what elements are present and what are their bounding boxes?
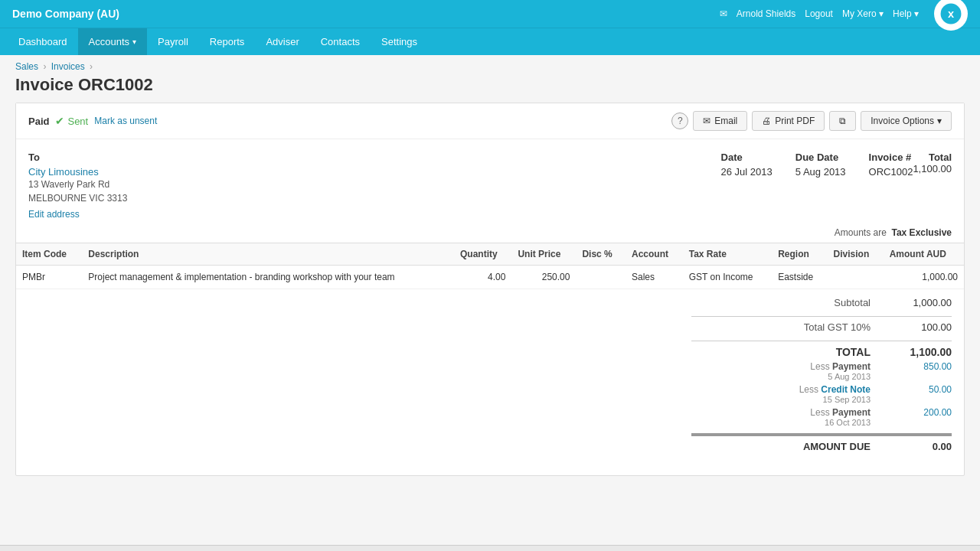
less-label: Less: [810, 407, 832, 418]
amounts-note-text: Amounts are: [835, 227, 887, 238]
nav-accounts[interactable]: Accounts ▾: [78, 28, 147, 55]
col-unit-price: Unit Price: [511, 243, 576, 266]
help-label: Help: [893, 8, 912, 19]
copy-icon: ⧉: [839, 116, 846, 126]
table-row: PMBrProject management & implementation …: [16, 266, 964, 289]
status-bar: Paid ✔ Sent Mark as unsent ? ✉ Email 🖨 P…: [16, 103, 964, 139]
table-cell: [828, 266, 884, 289]
invoice-header: To City Limousines 13 Waverly Park Rd ME…: [16, 139, 964, 227]
date-field: Date 26 Jul 2013: [721, 152, 773, 220]
breadcrumb-sep1: ›: [43, 61, 48, 72]
nav-settings[interactable]: Settings: [371, 28, 428, 55]
less-label: Less: [799, 384, 822, 395]
table-cell: 4.00: [454, 266, 511, 289]
nav-payroll[interactable]: Payroll: [147, 28, 199, 55]
divider-1: [691, 316, 952, 317]
to-name-link[interactable]: City Limousines: [28, 166, 99, 178]
line-items-body: PMBrProject management & implementation …: [16, 266, 964, 289]
breadcrumb-sep2: ›: [90, 61, 93, 72]
invoice-options-caret: ▾: [937, 116, 942, 126]
col-quantity: Quantity: [454, 243, 511, 266]
payment-amount: 50.00: [883, 384, 952, 404]
due-date-label: Due Date: [795, 152, 846, 163]
payment-type: Payment: [832, 361, 871, 372]
col-disc: Disc %: [576, 243, 626, 266]
invoice-num-field: Invoice # ORC1002: [869, 152, 913, 220]
help-link[interactable]: Help ▾: [893, 8, 919, 19]
payment-type[interactable]: Credit Note: [821, 384, 871, 395]
status-right: ? ✉ Email 🖨 Print PDF ⧉ Invoice Options …: [671, 111, 952, 131]
table-cell: 250.00: [511, 266, 576, 289]
nav-adviser[interactable]: Adviser: [255, 28, 309, 55]
amounts-note: Amounts are Tax Exclusive: [16, 227, 964, 243]
table-cell: Sales: [626, 266, 683, 289]
invoice-num-value: ORC1002: [869, 166, 913, 178]
help-button[interactable]: ?: [671, 112, 688, 129]
envelope-icon: ✉: [703, 116, 710, 126]
user-name[interactable]: Arnold Shields: [737, 8, 795, 19]
table-cell: 1,000.00: [884, 266, 964, 289]
invoice-to-section: To City Limousines 13 Waverly Park Rd ME…: [28, 152, 721, 220]
payment-row-1: Less Credit Note15 Sep 201350.00: [691, 384, 952, 404]
total-value: 1,100.00: [913, 163, 952, 174]
to-address-line1: 13 Waverly Park Rd: [28, 178, 721, 191]
date-label: Date: [721, 152, 773, 163]
status-paid: Paid: [28, 116, 49, 127]
print-icon: 🖨: [762, 116, 771, 126]
print-pdf-button[interactable]: 🖨 Print PDF: [752, 111, 825, 131]
edit-address-link[interactable]: Edit address: [28, 209, 80, 220]
grand-total-label: TOTAL: [691, 346, 883, 358]
amount-due-row: AMOUNT DUE 0.00: [691, 441, 952, 452]
payment-amount: 200.00: [883, 407, 952, 427]
col-region: Region: [772, 243, 827, 266]
nav-contacts[interactable]: Contacts: [310, 28, 371, 55]
my-xero-link[interactable]: My Xero ▾: [842, 8, 884, 19]
payment-amount: 850.00: [883, 361, 952, 381]
payment-date: 16 Oct 2013: [691, 418, 871, 427]
mark-unsent-link[interactable]: Mark as unsent: [94, 116, 157, 126]
my-xero-label: My Xero: [842, 8, 877, 19]
subtotal-row: Subtotal 1,000.00: [691, 297, 952, 308]
nav-dashboard[interactable]: Dashboard: [8, 28, 78, 55]
copy-button[interactable]: ⧉: [829, 111, 856, 131]
line-items-table: Item Code Description Quantity Unit Pric…: [16, 243, 964, 289]
accounts-dropdown-icon: ▾: [132, 37, 136, 46]
email-button[interactable]: ✉ Email: [693, 111, 747, 131]
total-label: Total: [913, 152, 952, 163]
page-title: Invoice ORC1002: [0, 75, 980, 103]
sent-label: Sent: [67, 116, 88, 127]
help-caret: ▾: [914, 8, 919, 19]
envelope-icon: ✉: [720, 8, 727, 19]
logout-link[interactable]: Logout: [805, 8, 833, 19]
amount-due-label: AMOUNT DUE: [691, 441, 883, 452]
top-bar: Demo Company (AU) ✉ Arnold Shields Logou…: [0, 0, 980, 28]
check-circle-icon: ✔: [55, 115, 64, 127]
invoice-container: Paid ✔ Sent Mark as unsent ? ✉ Email 🖨 P…: [15, 103, 965, 476]
to-label: To: [28, 152, 721, 163]
table-cell: Project management & implementation - br…: [82, 266, 454, 289]
invoice-options-button[interactable]: Invoice Options ▾: [861, 111, 952, 131]
payment-date: 5 Aug 2013: [691, 372, 871, 381]
payment-row-0: Less Payment5 Aug 2013850.00: [691, 361, 952, 381]
tax-type-label: Tax Exclusive: [892, 227, 952, 238]
payment-type: Payment: [832, 407, 871, 418]
payment-row-2: Less Payment16 Oct 2013200.00: [691, 407, 952, 427]
col-amount: Amount AUD: [884, 243, 964, 266]
nav-reports[interactable]: Reports: [199, 28, 256, 55]
due-date-value: 5 Aug 2013: [795, 166, 846, 178]
col-account: Account: [626, 243, 683, 266]
table-cell: [576, 266, 626, 289]
breadcrumb: Sales › Invoices ›: [0, 55, 980, 75]
to-name-container: City Limousines: [28, 166, 721, 178]
to-address-line2: MELBOURNE VIC 3313: [28, 191, 721, 205]
totals-section: Subtotal 1,000.00 Total GST 10% 100.00 T…: [16, 289, 964, 463]
status-sent: ✔ Sent: [55, 115, 88, 127]
breadcrumb-invoices[interactable]: Invoices: [51, 61, 85, 72]
col-division: Division: [828, 243, 884, 266]
col-item-code: Item Code: [16, 243, 82, 266]
divider-2: [691, 341, 952, 341]
breadcrumb-sales[interactable]: Sales: [15, 61, 38, 72]
bottom-bar: javascript:: [0, 545, 980, 551]
navbar: Dashboard Accounts ▾ Payroll Reports Adv…: [0, 28, 980, 55]
grand-total-row: TOTAL 1,100.00: [691, 346, 952, 358]
